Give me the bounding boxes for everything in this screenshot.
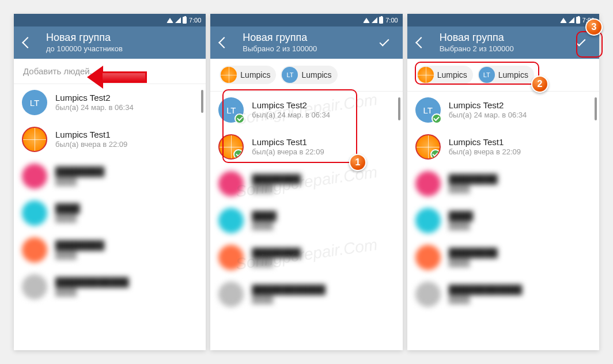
page-title: Новая группа bbox=[440, 32, 569, 44]
chip-label: Lumpics bbox=[301, 70, 331, 79]
scroll-indicator[interactable] bbox=[595, 97, 597, 120]
contacts-list[interactable]: LT Lumpics Test2 был(а) 24 мар. в 06:34 … bbox=[14, 84, 206, 350]
avatar bbox=[22, 127, 47, 152]
selected-chip[interactable]: Lumpics bbox=[417, 66, 473, 84]
phone-screen-2: 7:00 Новая группа Выбрано 2 из 100000 Lu… bbox=[210, 14, 402, 350]
chip-label: Lumpics bbox=[498, 70, 528, 79]
contact-status: был(а) 24 мар. в 06:34 bbox=[449, 111, 591, 120]
avatar bbox=[218, 245, 244, 270]
avatar bbox=[22, 200, 47, 226]
back-button[interactable] bbox=[21, 36, 35, 50]
status-bar: 7:00 bbox=[407, 14, 599, 26]
confirm-button[interactable] bbox=[373, 31, 396, 54]
contact-item[interactable]: ████████████ bbox=[407, 239, 599, 276]
avatar bbox=[218, 134, 244, 160]
signal-icon bbox=[372, 17, 377, 23]
back-button[interactable] bbox=[217, 36, 231, 50]
avatar: LT bbox=[218, 97, 244, 123]
search-area bbox=[14, 59, 206, 84]
avatar bbox=[415, 171, 441, 196]
contact-status: был(а) вчера в 22:09 bbox=[449, 147, 591, 157]
selected-chip[interactable]: Lumpics bbox=[220, 66, 276, 84]
chip-avatar: LT bbox=[282, 67, 298, 83]
contact-item[interactable]: ████████████████ bbox=[407, 276, 599, 313]
contact-item[interactable]: Lumpics Test1 был(а) вчера в 22:09 bbox=[210, 128, 402, 165]
phone-screen-1: 7:00 Новая группа до 100000 участников L… bbox=[14, 14, 206, 350]
wifi-icon bbox=[363, 18, 370, 23]
confirm-button[interactable] bbox=[569, 31, 592, 54]
avatar: LT bbox=[415, 97, 441, 123]
avatar bbox=[22, 237, 47, 263]
contact-name: Lumpics Test1 bbox=[449, 136, 591, 148]
contact-item[interactable]: ████████████ bbox=[407, 165, 599, 202]
search-area: Lumpics LT Lumpics bbox=[210, 59, 402, 92]
avatar bbox=[22, 274, 47, 299]
chip-avatar: LT bbox=[479, 67, 495, 83]
avatar: LT bbox=[22, 90, 47, 115]
status-bar: 7:00 bbox=[14, 14, 206, 26]
contact-item[interactable]: Lumpics Test1 был(а) вчера в 22:09 bbox=[14, 121, 206, 158]
battery-icon bbox=[183, 17, 187, 24]
scroll-indicator[interactable] bbox=[201, 90, 203, 113]
contact-name: Lumpics Test2 bbox=[252, 100, 394, 111]
status-time: 7:00 bbox=[385, 17, 398, 24]
avatar bbox=[415, 208, 441, 233]
back-arrow-icon bbox=[218, 37, 230, 48]
chip-avatar bbox=[221, 67, 237, 83]
selected-check-icon bbox=[430, 149, 441, 160]
contact-name: Lumpics Test1 bbox=[252, 136, 394, 148]
contact-item[interactable]: LT Lumpics Test2 был(а) 24 мар. в 06:34 bbox=[14, 84, 206, 121]
contact-status: был(а) вчера в 22:09 bbox=[252, 147, 394, 157]
contacts-list[interactable]: LT Lumpics Test2 был(а) 24 мар. в 06:34 … bbox=[210, 92, 402, 350]
chip-avatar bbox=[418, 67, 434, 83]
contact-item[interactable]: Lumpics Test1 был(а) вчера в 22:09 bbox=[407, 128, 599, 165]
contact-item[interactable]: LT Lumpics Test2 был(а) 24 мар. в 06:34 bbox=[210, 92, 402, 128]
check-icon bbox=[379, 37, 389, 47]
signal-icon bbox=[175, 17, 181, 23]
wifi-icon bbox=[167, 18, 173, 23]
contact-name: Lumpics Test2 bbox=[449, 100, 591, 111]
contact-item[interactable]: LT Lumpics Test2 был(а) 24 мар. в 06:34 bbox=[407, 92, 599, 128]
contact-item[interactable]: ████████████ bbox=[210, 239, 402, 276]
avatar bbox=[218, 282, 244, 307]
contact-item[interactable]: ████████████ bbox=[14, 158, 206, 195]
contact-item[interactable]: ████████ bbox=[407, 202, 599, 239]
contact-name: Lumpics Test1 bbox=[55, 129, 198, 141]
contact-item[interactable]: ████████ bbox=[210, 202, 402, 239]
app-bar: Новая группа до 100000 участников bbox=[14, 26, 206, 59]
avatar bbox=[415, 245, 441, 270]
check-icon bbox=[576, 37, 585, 47]
battery-icon bbox=[576, 17, 580, 24]
selected-chip[interactable]: LT Lumpics bbox=[281, 66, 337, 84]
battery-icon bbox=[379, 17, 383, 24]
selected-check-icon bbox=[432, 113, 442, 124]
contact-item[interactable]: ████████████ bbox=[210, 165, 402, 202]
scroll-indicator[interactable] bbox=[398, 97, 400, 120]
back-arrow-icon bbox=[415, 37, 427, 48]
page-subtitle: Выбрано 2 из 100000 bbox=[243, 44, 372, 54]
chip-label: Lumpics bbox=[437, 70, 467, 79]
back-button[interactable] bbox=[414, 36, 428, 50]
selected-chip[interactable]: LT Lumpics bbox=[478, 66, 534, 84]
contact-item[interactable]: ████████ bbox=[14, 195, 206, 232]
contact-name: Lumpics Test2 bbox=[55, 92, 198, 104]
selected-check-icon bbox=[234, 113, 245, 124]
step-badge-2: 2 bbox=[531, 75, 548, 93]
contact-item[interactable]: ████████████████ bbox=[14, 268, 206, 305]
signal-icon bbox=[569, 17, 574, 23]
add-people-input[interactable] bbox=[23, 66, 196, 76]
back-arrow-icon bbox=[22, 37, 33, 48]
page-subtitle: до 100000 участников bbox=[46, 44, 199, 54]
page-subtitle: Выбрано 2 из 100000 bbox=[440, 44, 569, 54]
contact-status: был(а) 24 мар. в 06:34 bbox=[252, 111, 394, 120]
contact-status: был(а) вчера в 22:09 bbox=[55, 140, 198, 150]
contact-item[interactable]: ████████████ bbox=[14, 232, 206, 268]
phone-screen-3: 7:00 Новая группа Выбрано 2 из 100000 Lu… bbox=[407, 14, 599, 350]
search-area: Lumpics LT Lumpics bbox=[407, 59, 599, 92]
contact-item[interactable]: ████████████████ bbox=[210, 276, 402, 313]
chip-label: Lumpics bbox=[240, 70, 270, 79]
wifi-icon bbox=[560, 18, 567, 23]
contacts-list[interactable]: LT Lumpics Test2 был(а) 24 мар. в 06:34 … bbox=[407, 92, 599, 350]
status-bar: 7:00 bbox=[210, 14, 402, 26]
status-time: 7:00 bbox=[189, 17, 201, 24]
